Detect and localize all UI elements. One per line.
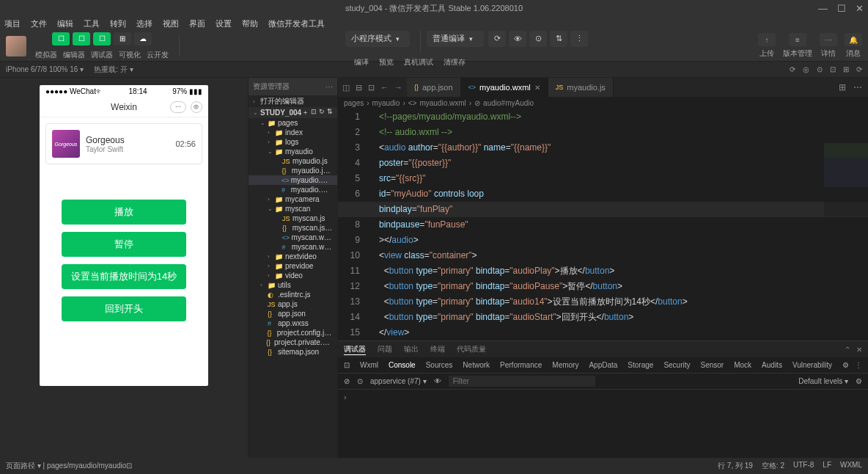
console-eye-icon[interactable]: 👁 (434, 377, 441, 385)
compile-icon[interactable]: ⟳ (488, 31, 506, 47)
editor-tab[interactable]: JSmyaudio.js (548, 78, 614, 97)
editor-tab[interactable]: <>myaudio.wxml✕ (461, 78, 548, 97)
simulator-button[interactable]: ☐ (52, 32, 70, 45)
status-item[interactable]: 行 7, 列 19 (718, 461, 753, 471)
compile-dropdown[interactable]: 普通编译 (427, 31, 484, 47)
tree-item[interactable]: <>myaudio.wxml (249, 175, 337, 185)
console-context[interactable]: appservice (#7) ▾ (370, 377, 427, 385)
sim-icon[interactable]: ⊞ (843, 65, 849, 73)
devtools-tab[interactable]: Performance (500, 361, 542, 369)
tree-item[interactable]: {}myscan.json (249, 223, 337, 233)
devtools-icon[interactable]: ⊡ (344, 361, 350, 369)
visual-button[interactable]: ⊞ (114, 32, 131, 45)
editor-tab-icon[interactable]: ⊟ (356, 83, 362, 92)
console-clear-icon[interactable]: ⊘ (344, 377, 350, 385)
tree-item[interactable]: ›📁index (249, 128, 337, 137)
open-editors-section[interactable]: › 打开的编辑器 (249, 95, 337, 107)
tree-item[interactable]: JSmyaudio.js (249, 156, 337, 166)
phone-button[interactable]: 暂停 (62, 232, 186, 257)
menu-项目[interactable]: 项目 (4, 18, 21, 29)
tree-item[interactable]: #app.wxss (249, 318, 337, 328)
sim-icon[interactable]: ◎ (803, 65, 809, 73)
toolbar-版本管理[interactable]: ≡版本管理 (783, 33, 812, 59)
menu-文件[interactable]: 文件 (31, 18, 47, 29)
menu-工具[interactable]: 工具 (84, 18, 100, 29)
phone-button[interactable]: 设置当前播放时间为14秒 (62, 264, 186, 289)
tree-item[interactable]: ◐.eslintrc.js (249, 290, 337, 299)
console-levels[interactable]: Default levels ▾ (798, 377, 848, 385)
sim-icon[interactable]: ⊡ (830, 65, 836, 73)
devtools-tab[interactable]: Storage (628, 361, 653, 369)
menu-界面[interactable]: 界面 (189, 18, 205, 29)
tree-item[interactable]: {}project.private.config... (249, 338, 337, 347)
tree-item[interactable]: ⌄📁myscan (249, 204, 337, 214)
devtools-tab[interactable]: Security (663, 361, 690, 369)
tabs-action-icon[interactable]: ⋯ (853, 82, 862, 92)
panel-action-icon[interactable]: ✕ (856, 346, 862, 354)
maximize-button[interactable]: ☐ (837, 3, 846, 14)
minimize-button[interactable]: — (818, 3, 828, 14)
explorer-action-icon[interactable]: ⊡ (311, 108, 317, 117)
menu-视图[interactable]: 视图 (163, 18, 179, 29)
devtools-tab[interactable]: Sensor (701, 361, 724, 369)
capsule-close-icon[interactable]: ◎ (191, 101, 202, 113)
toolbar-上传[interactable]: ↑上传 (758, 33, 776, 59)
tree-item[interactable]: {}myaudio.json (249, 166, 337, 175)
close-button[interactable]: ✕ (856, 3, 864, 14)
tree-item[interactable]: JSapp.js (249, 299, 337, 309)
menu-转到[interactable]: 转到 (110, 18, 126, 29)
devtools-tab[interactable]: Network (463, 361, 490, 369)
tabs-action-icon[interactable]: ⊞ (839, 82, 846, 92)
capsule-menu-icon[interactable]: ⋯ (170, 101, 186, 113)
tree-item[interactable]: ›📁previdoe (249, 261, 337, 271)
tree-item[interactable]: #myscan.wxss (249, 242, 337, 252)
phone-button[interactable]: 播放 (62, 200, 186, 225)
devtools-tab[interactable]: Audits (762, 361, 782, 369)
device-select[interactable]: iPhone 6/7/8 100% 16 ▾ (6, 65, 84, 73)
explorer-action-icon[interactable]: ↻ (319, 108, 325, 117)
explorer-action-icon[interactable]: ＋ (302, 108, 309, 117)
sim-icon[interactable]: ⊙ (817, 65, 823, 73)
toolbar-详情[interactable]: ⋯详情 (820, 33, 837, 59)
tree-item[interactable]: ›📁logs (249, 137, 337, 147)
tree-item[interactable]: ⌄📁pages (249, 118, 337, 128)
devtools-tab[interactable]: Mock (734, 361, 751, 369)
editor-tab-icon[interactable]: → (394, 83, 402, 92)
devtools-tab[interactable]: Memory (552, 361, 578, 369)
panel-tab[interactable]: 调试器 (344, 344, 366, 355)
tree-item[interactable]: {}sitemap.json (249, 347, 337, 357)
status-item[interactable]: WXML (840, 461, 862, 471)
devtools-tab[interactable]: Console (389, 361, 416, 369)
panel-tab[interactable]: 问题 (378, 344, 392, 354)
tree-item[interactable]: {}project.config.json (249, 328, 337, 338)
console-filter-input[interactable] (449, 376, 595, 387)
devtools-tab[interactable]: Wxml (360, 361, 378, 369)
panel-tab[interactable]: 代码质量 (457, 344, 486, 354)
preview-icon[interactable]: 👁 (509, 31, 526, 47)
panel-tab[interactable]: 输出 (404, 344, 419, 354)
project-root[interactable]: ⌄ STUDY_004 ＋⊡↻⇅ (249, 107, 337, 118)
devtools-tab[interactable]: Sources (426, 361, 453, 369)
debugger-button[interactable]: ☐ (93, 32, 111, 45)
editor-tab-icon[interactable]: ⊡ (368, 83, 375, 92)
editor-button[interactable]: ☐ (73, 32, 90, 45)
tree-item[interactable]: ›📁utils (249, 280, 337, 290)
avatar[interactable] (6, 36, 26, 56)
phone-button[interactable]: 回到开头 (62, 296, 186, 321)
editor-tab-icon[interactable]: ← (380, 83, 389, 92)
devtools-tab[interactable]: Vulnerability (792, 361, 832, 369)
tree-item[interactable]: {}app.json (249, 309, 337, 318)
panel-action-icon[interactable]: ⌃ (845, 346, 850, 354)
cloud-button[interactable]: ☁ (134, 32, 152, 45)
clear-cache-icon[interactable]: ⇅ (550, 31, 567, 47)
devtools-action-icon[interactable]: ⚙ (842, 361, 849, 369)
explorer-more-icon[interactable]: ⋯ (326, 83, 333, 91)
menu-帮助[interactable]: 帮助 (242, 18, 258, 29)
toolbar-消息[interactable]: 🔔消息 (845, 33, 862, 59)
tree-item[interactable]: ›📁mycamera (249, 194, 337, 204)
devtools-action-icon[interactable]: ⋮ (855, 361, 862, 369)
sim-icon[interactable]: ⟳ (856, 65, 862, 73)
console-settings-icon[interactable]: ⚙ (856, 377, 862, 385)
tree-item[interactable]: JSmyscan.js (249, 214, 337, 223)
explorer-action-icon[interactable]: ⇅ (327, 108, 333, 117)
